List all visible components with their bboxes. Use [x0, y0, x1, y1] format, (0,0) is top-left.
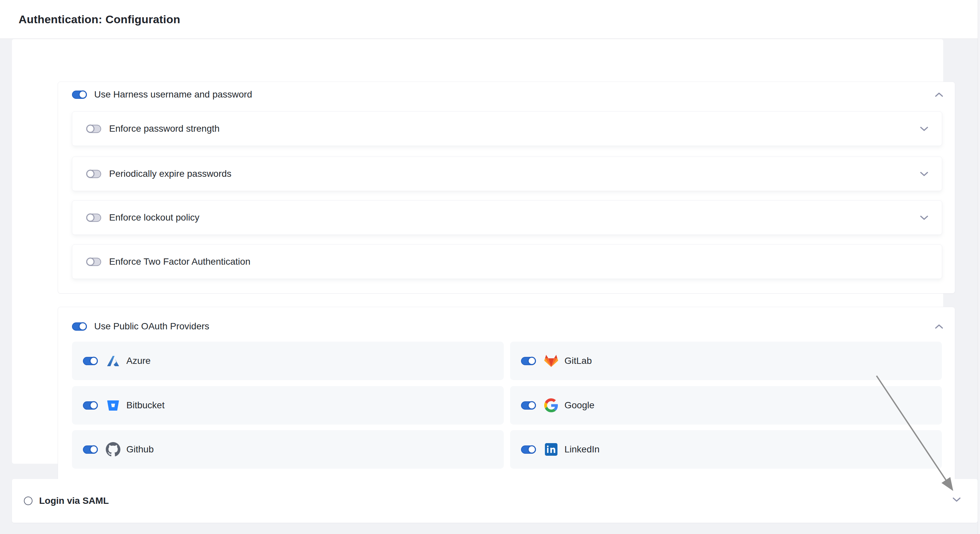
provider-label: Bitbucket — [126, 400, 164, 411]
auth-settings-panel: Use Harness username and password Enforc… — [12, 39, 943, 464]
oauth-providers-section: Use Public OAuth Providers Azur — [58, 307, 955, 483]
toggle-knob — [86, 258, 94, 266]
chevron-down-icon — [920, 126, 929, 132]
oauth-toggle[interactable] — [72, 323, 87, 331]
github-toggle[interactable] — [83, 445, 98, 454]
google-toggle[interactable] — [521, 401, 536, 410]
lockout-policy-expand-button[interactable] — [917, 211, 931, 224]
harness-login-label: Use Harness username and password — [94, 89, 252, 100]
toggle-knob — [528, 357, 536, 365]
toggle-knob — [79, 91, 87, 99]
provider-row-github: Github — [72, 430, 504, 469]
chevron-down-icon — [920, 215, 929, 221]
provider-row-gitlab: GitLab — [510, 342, 942, 380]
lockout-policy-row: Enforce lockout policy — [72, 200, 942, 235]
oauth-collapse-button[interactable] — [932, 320, 945, 332]
provider-row-bitbucket: Bitbucket — [72, 386, 504, 424]
chevron-up-icon — [935, 324, 943, 329]
password-strength-label: Enforce password strength — [109, 123, 220, 134]
toggle-knob — [86, 125, 94, 133]
toggle-knob — [89, 357, 98, 365]
toggle-knob — [528, 445, 536, 454]
azure-toggle[interactable] — [83, 357, 98, 365]
password-strength-expand-button[interactable] — [917, 123, 931, 135]
toggle-knob — [86, 170, 94, 178]
bitbucket-icon — [105, 397, 121, 413]
provider-row-linkedin: LinkedIn — [510, 430, 942, 469]
gitlab-icon — [543, 353, 559, 369]
lockout-policy-label: Enforce lockout policy — [109, 212, 199, 223]
gitlab-toggle[interactable] — [521, 357, 536, 365]
chevron-up-icon — [935, 92, 943, 97]
authentication-configuration-page: Authentication: Configuration Use Harnes… — [0, 0, 980, 534]
provider-row-google: Google — [510, 386, 942, 424]
oauth-label: Use Public OAuth Providers — [94, 321, 209, 332]
saml-expand-button[interactable] — [950, 494, 963, 505]
azure-icon — [105, 353, 121, 369]
toggle-knob — [86, 214, 94, 222]
linkedin-toggle[interactable] — [521, 445, 536, 454]
lockout-policy-toggle[interactable] — [86, 214, 101, 222]
password-expiry-toggle[interactable] — [86, 170, 101, 178]
two-factor-row: Enforce Two Factor Authentication — [72, 245, 942, 279]
provider-label: Google — [565, 400, 594, 411]
toggle-knob — [89, 401, 98, 410]
password-strength-row: Enforce password strength — [72, 111, 942, 146]
linkedin-icon — [543, 442, 559, 458]
password-expiry-label: Periodically expire passwords — [109, 168, 231, 179]
harness-login-header: Use Harness username and password — [72, 86, 252, 103]
page-scrollbar[interactable] — [978, 0, 980, 534]
oauth-header: Use Public OAuth Providers — [72, 318, 209, 335]
toggle-knob — [79, 323, 87, 331]
toggle-knob — [528, 401, 536, 410]
provider-label: Github — [126, 444, 154, 455]
provider-label: LinkedIn — [565, 444, 600, 455]
password-strength-toggle[interactable] — [86, 125, 101, 133]
page-title: Authentication: Configuration — [19, 13, 180, 26]
provider-row-azure: Azure — [72, 342, 504, 380]
harness-login-section: Use Harness username and password Enforc… — [58, 82, 955, 294]
password-expiry-expand-button[interactable] — [917, 168, 931, 180]
provider-label: Azure — [126, 356, 151, 366]
password-expiry-row: Periodically expire passwords — [72, 157, 942, 191]
toggle-knob — [89, 445, 98, 454]
harness-login-toggle[interactable] — [72, 91, 87, 99]
saml-login-section: Login via SAML — [12, 479, 978, 523]
bitbucket-toggle[interactable] — [83, 401, 98, 410]
chevron-down-icon — [920, 171, 929, 177]
provider-label: GitLab — [565, 356, 592, 366]
github-icon — [105, 442, 121, 458]
harness-collapse-button[interactable] — [932, 89, 945, 100]
google-icon — [543, 397, 559, 413]
two-factor-label: Enforce Two Factor Authentication — [109, 256, 250, 267]
two-factor-toggle[interactable] — [86, 258, 101, 266]
saml-label: Login via SAML — [39, 496, 109, 506]
chevron-down-icon — [952, 496, 961, 502]
page-header: Authentication: Configuration — [0, 0, 980, 39]
saml-radio[interactable] — [24, 496, 32, 505]
